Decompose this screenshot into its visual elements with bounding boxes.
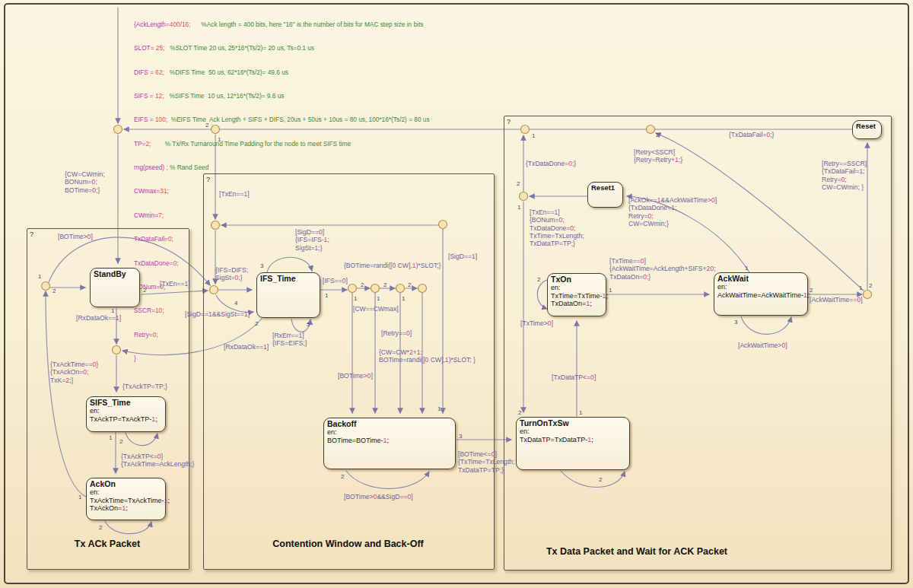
- branch-number: 1: [78, 494, 81, 501]
- transition-label[interactable]: {TxAckTP<=0}{TxAckTime=AckLength;}: [121, 453, 194, 469]
- branch-number: 1: [859, 284, 862, 291]
- state-body: en:TxTime=TxTime-1;TxDataOn=1;: [551, 284, 603, 308]
- state-sifs-time[interactable]: SIFS_Time en:TxAckTP=TxAckTP-1;: [86, 396, 166, 432]
- transition-label[interactable]: [BOTime>0]: [338, 372, 373, 380]
- transition-label[interactable]: [SigD==1]: [448, 253, 477, 260]
- annotation-line: EIFS = 100; %EIFS Time Ack Length + SIFS…: [134, 116, 430, 123]
- branch-number: 1: [517, 204, 520, 211]
- annotation-line: DIFS = 62; %DIFS Time 50 us, 62*16*(Ts/2…: [134, 68, 430, 76]
- branch-number: 1: [111, 307, 114, 314]
- state-backoff[interactable]: Backoff en:BOTime=BOTime-1;: [323, 418, 456, 469]
- transition-label[interactable]: {CW=CW*2+1;BOTime=randi([0 CW],1)*SLOT; …: [379, 348, 476, 364]
- branch-number: 1: [325, 292, 328, 299]
- branch-number: 1: [354, 295, 357, 302]
- branch-number: 2: [255, 320, 258, 327]
- transition-label[interactable]: [AckOk==1&&AckWaitTime>0]{TxDataDone=1;R…: [628, 196, 717, 227]
- annotation-line: rng(pseed) ; % Rand Seed: [134, 164, 430, 171]
- transition-label[interactable]: [Retry==SSCR]{TxDataFail=1;Retry=0;CW=CW…: [822, 160, 867, 191]
- transition-label[interactable]: [BOTime>0]: [58, 233, 93, 240]
- branch-number: 4: [234, 300, 237, 307]
- branch-number: 2: [341, 473, 344, 480]
- branch-number: 3: [260, 262, 263, 269]
- annotation-line: SLOT= 25; %SLOT Time 20 us, 25*16*(Ts/2)…: [134, 44, 430, 52]
- transition-label[interactable]: [BOTime>0&&SigD==0]: [344, 493, 413, 501]
- state-turnontxsw[interactable]: TurnOnTxSw en:TxDataTP=TxDataTP-1;: [516, 417, 630, 470]
- state-body: en:TxAckTime=TxAckTime-1;TxAckOn=1;: [90, 488, 162, 513]
- branch-number: 1: [38, 273, 41, 280]
- transition-label[interactable]: [RxDataOk==1]: [76, 314, 121, 322]
- state-ifs-time[interactable]: IFS_Time: [256, 272, 320, 318]
- state-ackon[interactable]: AckOn en:TxAckTime=TxAckTime-1;TxAckOn=1…: [86, 478, 166, 520]
- transition-label[interactable]: [RxErr==1]{IFS=EIFS;}: [272, 332, 307, 348]
- transition-label[interactable]: [CW==CWmax]: [353, 305, 399, 313]
- annotation-line: CWmax=31;: [134, 187, 430, 195]
- state-reset[interactable]: Reset: [852, 120, 882, 139]
- state-name: StandBy: [94, 269, 136, 278]
- state-ackwait[interactable]: AckWait en:AckWaitTime=AckWaitTime-1;: [714, 272, 808, 316]
- state-txon[interactable]: TxOn en:TxTime=TxTime-1;TxDataOn=1;: [547, 273, 606, 316]
- box-title-tx-ack: Tx ACk Packet: [27, 539, 188, 549]
- branch-number: 5: [307, 321, 310, 328]
- box-title-contention: Contention Window and Back-Off: [203, 539, 493, 549]
- transition-label[interactable]: [TxEn==1]: [160, 280, 190, 288]
- transition-label[interactable]: {TxAckTime==0}{TxAckOn=0;TxK=2;}: [50, 361, 98, 384]
- branch-number: 2: [361, 281, 364, 288]
- branch-number: 2: [810, 287, 813, 294]
- state-body: en:TxDataTP=TxDataTP-1;: [520, 427, 626, 443]
- transition-label[interactable]: [RxDataOk==1]: [224, 343, 269, 351]
- transition-label[interactable]: {IFS=DIFS;SigSt=0;}: [215, 266, 248, 282]
- branch-number: 1: [109, 434, 112, 441]
- branch-number: 2: [99, 524, 102, 531]
- branch-number: 2: [599, 476, 602, 483]
- transition-label[interactable]: [Retry<SSCR]{Retry=Retry+1;}: [634, 148, 682, 164]
- transition-label[interactable]: [SigD==0]{IFS=IFS-1;SigSt=1;}: [295, 228, 329, 252]
- branch-number: 3: [734, 319, 737, 326]
- state-standby[interactable]: StandBy: [90, 268, 140, 307]
- branch-number: 2: [656, 132, 659, 138]
- state-name: AckWait: [717, 274, 804, 283]
- transition-label[interactable]: [Retry==0]: [381, 329, 412, 337]
- transition-label[interactable]: [TxTime==0]{AckWaitTime=AckLength+SIFS+2…: [609, 257, 716, 281]
- branch-number: 2: [383, 281, 387, 288]
- state-body: en:TxAckTP=TxAckTP-1;: [90, 407, 162, 423]
- transition-label[interactable]: {TxAckTP=TP;}: [122, 383, 167, 390]
- branch-number: 2: [52, 288, 56, 294]
- transition-label[interactable]: [IFS==0]: [323, 277, 348, 284]
- branch-number: 1: [218, 136, 221, 143]
- branch-number: 2: [537, 276, 540, 283]
- branch-number: 1: [609, 287, 612, 294]
- annotation-line: SIFS = 12; %SIFS Time 10 us, 12*16*(Ts/2…: [134, 92, 430, 100]
- transition-label[interactable]: {TxDataDone=0;}: [526, 160, 576, 167]
- stateflow-canvas: ? ? ? Tx ACk Packet Contention Window an…: [0, 0, 913, 588]
- branch-number: 1: [745, 265, 748, 272]
- branch-number: 1: [579, 409, 582, 416]
- annotation-line: TP=2; % Tx/Rx Turnaround Time Padding fo…: [134, 140, 430, 148]
- transition-label[interactable]: [AckWaitTime>0]: [738, 342, 787, 349]
- chart-annotation[interactable]: {AckLength=400/16; %Ack length = 400 bit…: [134, 5, 430, 378]
- transition-label[interactable]: {BOTime=randi([0 CW],1)*SLOT;}: [344, 262, 441, 269]
- branch-number: 2: [518, 409, 521, 416]
- transition-label[interactable]: [SigD==1&&SigSt==1]: [185, 310, 250, 318]
- state-name: Backoff: [327, 419, 452, 428]
- question-badge: ?: [30, 230, 33, 238]
- branch-number: 2: [517, 180, 520, 187]
- transition-label[interactable]: [TxEn==1]{BONum=0;TxDataDone=0;TxTime=Tx…: [530, 208, 584, 247]
- state-name: Reset1: [591, 183, 619, 192]
- transition-label[interactable]: [TxTime>0]: [520, 319, 553, 327]
- transition-label[interactable]: [BOTime<=0]{TxTime=TxLength;TxDataTP=TP;…: [458, 450, 514, 474]
- state-name: IFS_Time: [260, 274, 317, 283]
- branch-number: 1: [377, 295, 380, 302]
- transition-label[interactable]: {CW=CWmin;BONum=0;BOTime=0;}: [65, 170, 105, 194]
- branch-number: 1: [437, 405, 441, 412]
- transition-label[interactable]: [TxDataTP<=0]: [552, 373, 596, 381]
- state-name: SIFS_Time: [90, 398, 162, 407]
- transition-label[interactable]: {TxDataFail=0;}: [729, 131, 774, 138]
- state-reset1[interactable]: Reset1: [587, 182, 623, 208]
- transition-label[interactable]: [AckWaitTime==0]: [810, 296, 863, 304]
- state-name: AckOn: [90, 479, 162, 488]
- branch-number: 1: [402, 295, 405, 302]
- annotation-line: TxDataFail=0;: [134, 235, 430, 243]
- annotation-line: CWmin=7;: [134, 211, 430, 219]
- transition-label[interactable]: [TxEn==1]: [219, 190, 250, 198]
- branch-number: 2: [869, 282, 872, 289]
